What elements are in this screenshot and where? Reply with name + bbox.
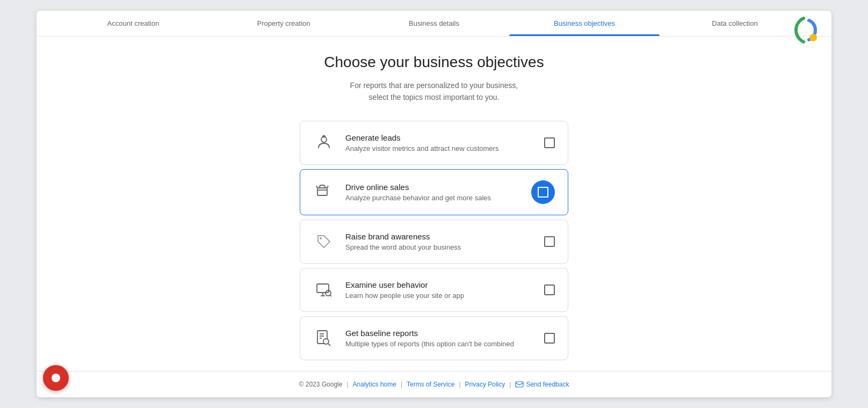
svg-rect-21 — [516, 382, 523, 387]
recording-indicator — [43, 365, 69, 391]
raise-brand-awareness-checkbox[interactable] — [544, 236, 555, 247]
copyright-text: © 2023 Google — [299, 381, 343, 388]
svg-point-13 — [326, 290, 331, 296]
svg-point-9 — [320, 237, 322, 239]
generate-leads-title: Generate leads — [345, 133, 533, 142]
raise-brand-awareness-text: Raise brand awareness Spread the word ab… — [345, 232, 533, 251]
svg-point-1 — [321, 137, 327, 142]
get-baseline-reports-desc: Multiple types of reports (this option c… — [345, 340, 533, 348]
examine-user-behavior-desc: Learn how people use your site or app — [345, 292, 533, 300]
get-baseline-reports-text: Get baseline reports Multiple types of r… — [345, 329, 533, 348]
main-content: Choose your business objectives For repo… — [37, 37, 831, 371]
analytics-home-link[interactable]: Analytics home — [353, 381, 396, 388]
feedback-icon — [515, 380, 524, 389]
options-list: Generate leads Analyze visitor metrics a… — [300, 121, 568, 360]
step-business-objectives[interactable]: Business objectives — [509, 11, 660, 36]
cart-icon — [313, 181, 335, 203]
svg-line-7 — [316, 186, 317, 188]
get-baseline-reports-title: Get baseline reports — [345, 329, 533, 338]
option-raise-brand-awareness[interactable]: Raise brand awareness Spread the word ab… — [300, 220, 568, 264]
svg-point-0 — [809, 34, 817, 41]
drive-online-sales-text: Drive online sales Analyze purchase beha… — [345, 183, 520, 202]
generate-leads-desc: Analyze visitor metrics and attract new … — [345, 144, 533, 152]
svg-line-17 — [328, 344, 330, 346]
modal-container: Account creation Property creation Busin… — [37, 11, 831, 397]
send-feedback-button[interactable]: Send feedback — [515, 380, 569, 389]
tag-icon — [313, 231, 335, 252]
generate-leads-text: Generate leads Analyze visitor metrics a… — [345, 133, 533, 152]
get-baseline-reports-checkbox[interactable] — [544, 333, 555, 344]
privacy-policy-link[interactable]: Privacy Policy — [465, 381, 505, 388]
steps-navigation: Account creation Property creation Busin… — [37, 11, 831, 37]
send-feedback-label: Send feedback — [526, 381, 569, 388]
monitor-icon — [313, 279, 335, 301]
leads-icon — [313, 132, 335, 154]
page-subtitle: For reports that are personalized to you… — [350, 79, 518, 104]
drive-online-sales-desc: Analyze purchase behavior and get more s… — [345, 194, 520, 202]
examine-user-behavior-text: Examine user behavior Learn how people u… — [345, 280, 533, 300]
option-examine-user-behavior[interactable]: Examine user behavior Learn how people u… — [300, 268, 568, 312]
page-title: Choose your business objectives — [324, 54, 544, 71]
svg-line-8 — [327, 186, 328, 188]
step-business-details[interactable]: Business details — [359, 11, 509, 36]
svg-rect-5 — [317, 188, 327, 195]
svg-line-14 — [330, 295, 331, 296]
footer: © 2023 Google | Analytics home | Terms o… — [37, 371, 831, 397]
terms-of-service-link[interactable]: Terms of Service — [407, 381, 454, 388]
generate-leads-checkbox[interactable] — [544, 137, 555, 148]
step-account-creation[interactable]: Account creation — [58, 11, 208, 36]
option-generate-leads[interactable]: Generate leads Analyze visitor metrics a… — [300, 121, 568, 165]
step-property-creation[interactable]: Property creation — [208, 11, 359, 36]
option-drive-online-sales[interactable]: Drive online sales Analyze purchase beha… — [300, 169, 568, 215]
option-get-baseline-reports[interactable]: Get baseline reports Multiple types of r… — [300, 316, 568, 360]
raise-brand-awareness-title: Raise brand awareness — [345, 232, 533, 241]
svg-point-16 — [323, 339, 329, 344]
examine-user-behavior-checkbox[interactable] — [544, 285, 555, 295]
examine-user-behavior-title: Examine user behavior — [345, 280, 533, 289]
drive-online-sales-title: Drive online sales — [345, 183, 520, 192]
search-reports-icon — [313, 327, 335, 349]
step-data-collection[interactable]: Data collection — [660, 11, 810, 36]
raise-brand-awareness-desc: Spread the word about your business — [345, 243, 533, 251]
drive-online-sales-checkbox[interactable] — [531, 180, 555, 204]
